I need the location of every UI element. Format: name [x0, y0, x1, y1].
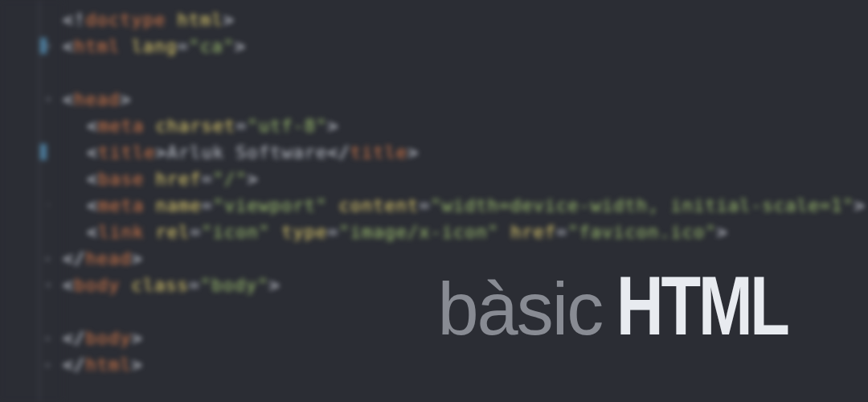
code-token: href	[510, 222, 556, 242]
code-token: >	[407, 142, 419, 162]
code-line[interactable]: <!doctype html>	[63, 6, 868, 33]
code-token: link	[98, 222, 155, 242]
code-token: </	[63, 248, 86, 269]
code-token: >	[327, 116, 338, 136]
code-token: "image/x-icon"	[338, 222, 510, 242]
code-token: <	[87, 222, 98, 242]
change-marker	[40, 144, 47, 160]
code-token: html	[86, 355, 132, 375]
code-token: html	[74, 36, 131, 56]
line-number	[0, 192, 39, 219]
code-token: =	[190, 222, 201, 242]
code-line[interactable]: <meta name="viewport" content="width=dev…	[63, 192, 868, 219]
code-token: "utf-8"	[247, 116, 327, 136]
code-line[interactable]: </html>	[63, 351, 868, 378]
code-token: <	[87, 169, 98, 189]
line-number	[0, 219, 39, 245]
code-token: Arluk Software	[167, 142, 327, 162]
code-token: <	[87, 142, 98, 162]
code-token: <	[63, 36, 74, 56]
code-token: <	[87, 116, 98, 136]
line-number	[0, 166, 39, 192]
code-line[interactable]	[63, 59, 868, 86]
code-token: "viewport"	[213, 195, 339, 215]
code-token: meta	[98, 116, 155, 136]
code-token: =	[419, 195, 430, 215]
code-token: href	[155, 169, 201, 189]
code-token: doctype	[86, 10, 178, 30]
code-token: body	[86, 328, 132, 348]
code-token: title	[350, 142, 407, 162]
line-number	[0, 298, 39, 325]
fold-marker-icon[interactable]: ▾	[45, 280, 55, 289]
fold-marker-icon[interactable]: ▸	[45, 333, 55, 343]
line-number	[0, 139, 39, 166]
code-line[interactable]: <base href="/">	[63, 166, 868, 192]
code-token: =	[235, 116, 247, 136]
code-token: html	[177, 10, 223, 30]
line-number	[0, 6, 39, 33]
code-line[interactable]: <html lang="ca">	[63, 33, 868, 59]
code-token: "body"	[200, 275, 268, 295]
fold-marker-icon[interactable]: ▾	[45, 94, 55, 104]
code-token: "ca"	[189, 36, 235, 56]
code-token: >	[155, 142, 166, 162]
line-number	[0, 272, 39, 298]
code-token: <	[63, 89, 74, 109]
code-line[interactable]: </body>	[63, 325, 868, 351]
code-token: lang	[131, 36, 177, 56]
code-line[interactable]: <title>Arluk Software</title>	[63, 139, 868, 166]
line-number-gutter	[0, 0, 40, 402]
code-line[interactable]: <meta charset="utf-8">	[63, 113, 868, 139]
code-area[interactable]: <!doctype html><html lang="ca"><head><me…	[63, 0, 868, 402]
code-token: >	[223, 10, 234, 30]
fold-marker-icon[interactable]: ▸	[45, 359, 55, 369]
line-number	[0, 245, 39, 272]
code-line[interactable]: <link rel="icon" type="image/x-icon" hre…	[63, 219, 868, 245]
code-token: =	[189, 275, 200, 295]
code-token: <	[63, 275, 74, 295]
code-token: >	[235, 36, 246, 56]
code-token: name	[155, 195, 201, 215]
code-token: "favicon.ico"	[567, 222, 716, 242]
code-token: =	[201, 195, 212, 215]
code-line[interactable]	[63, 298, 868, 325]
fold-gutter: ▾▾·▸▾▸▸	[40, 0, 63, 402]
code-token: </	[63, 328, 86, 348]
code-token: </	[63, 355, 86, 375]
code-token: title	[98, 142, 155, 162]
fold-marker-icon[interactable]: ·	[45, 200, 55, 210]
code-token: >	[131, 355, 142, 375]
code-token: class	[131, 275, 188, 295]
code-token: charset	[155, 116, 235, 136]
code-token: type	[281, 222, 327, 242]
code-token: body	[74, 275, 131, 295]
code-token: >	[131, 248, 142, 269]
code-line[interactable]: </head>	[63, 245, 868, 272]
code-token: <!	[63, 10, 86, 30]
fold-marker-icon[interactable]: ▸	[45, 253, 55, 263]
code-line[interactable]: <head>	[63, 86, 868, 113]
code-token: <	[87, 195, 98, 215]
code-token: >	[854, 195, 865, 215]
change-marker	[40, 38, 47, 54]
code-line[interactable]: <body class="body">	[63, 272, 868, 298]
code-token: "width=device-width, initial-scale=1"	[430, 195, 854, 215]
code-editor: ▾▾·▸▾▸▸ <!doctype html><html lang="ca"><…	[0, 0, 868, 402]
code-token: =	[177, 36, 188, 56]
line-number	[0, 351, 39, 378]
code-token: >	[717, 222, 728, 242]
code-token: "icon"	[201, 222, 281, 242]
line-number	[0, 113, 39, 139]
code-token: </	[327, 142, 350, 162]
line-number	[0, 325, 39, 351]
code-token: head	[74, 89, 120, 109]
line-number	[0, 59, 39, 86]
code-token: =	[327, 222, 338, 242]
code-token: meta	[98, 195, 155, 215]
line-number	[0, 33, 39, 59]
code-token: =	[556, 222, 567, 242]
code-token: "/"	[213, 169, 248, 189]
code-token: content	[338, 195, 419, 215]
code-token: =	[201, 169, 212, 189]
